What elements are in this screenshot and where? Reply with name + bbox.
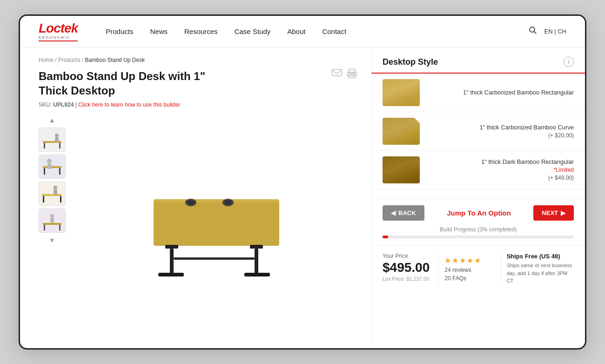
list-price: List Price: $1,237.00 bbox=[383, 276, 438, 282]
device-frame: Loctek ERGONOMIC Products News Resources… bbox=[19, 14, 586, 350]
svg-rect-2 bbox=[332, 69, 342, 76]
thumb-down[interactable]: ▼ bbox=[49, 236, 55, 245]
svg-point-29 bbox=[50, 214, 54, 218]
option-label-3: 1" thick Dark Bamboo Rectangular *Limite… bbox=[427, 158, 574, 182]
svg-rect-45 bbox=[250, 245, 263, 249]
svg-rect-42 bbox=[165, 245, 178, 249]
options-list: 1" thick Carbonized Bamboo Rectangular 1… bbox=[371, 73, 585, 198]
shipping-title: Ships Free (US 48) bbox=[507, 253, 574, 260]
option-thumb-1 bbox=[383, 79, 420, 106]
svg-rect-18 bbox=[47, 163, 52, 169]
breadcrumb-home[interactable]: Home bbox=[39, 57, 54, 63]
product-title: Bamboo Stand Up Desk with 1" Thick Deskt… bbox=[39, 69, 234, 98]
main-product-image bbox=[71, 115, 357, 339]
sku-row: SKU: UPL924 | Click here to learn how to… bbox=[39, 101, 234, 108]
svg-rect-44 bbox=[158, 273, 184, 276]
desktop-style-header: Desktop Style i bbox=[383, 57, 574, 67]
product-area: ▲ bbox=[39, 115, 357, 339]
svg-rect-15 bbox=[44, 168, 45, 175]
breadcrumb-products[interactable]: Products bbox=[58, 57, 80, 63]
email-icon[interactable] bbox=[332, 69, 342, 79]
logo-underline bbox=[39, 40, 78, 41]
info-icon[interactable]: i bbox=[564, 57, 574, 67]
nav-news[interactable]: News bbox=[150, 27, 168, 35]
star-rating: ★★★★★ bbox=[444, 256, 482, 265]
print-icon[interactable] bbox=[347, 69, 357, 81]
header-right: EN | CH bbox=[529, 26, 566, 37]
next-arrow-icon: ▶ bbox=[561, 209, 565, 216]
svg-rect-9 bbox=[44, 143, 45, 148]
svg-rect-30 bbox=[50, 218, 54, 223]
thumbnails: ▲ bbox=[39, 115, 66, 339]
svg-point-39 bbox=[187, 200, 195, 205]
thumb-1[interactable] bbox=[39, 128, 66, 152]
option-item-3[interactable]: 1" thick Dark Bamboo Rectangular *Limite… bbox=[371, 151, 585, 189]
reviews-count[interactable]: 24 reviews bbox=[444, 267, 471, 273]
price-block: Your Price $495.00 List Price: $1,237.00 bbox=[383, 253, 438, 285]
faqs-count[interactable]: 20 FAQs bbox=[444, 275, 466, 282]
svg-rect-43 bbox=[170, 249, 174, 274]
option-label-2: 1" thick Carbonized Bamboo Curve (+ $20.… bbox=[427, 123, 574, 140]
price-section: Your Price $495.00 List Price: $1,237.00… bbox=[371, 245, 585, 292]
svg-line-1 bbox=[534, 32, 536, 34]
breadcrumb-current: Bamboo Stand Up Desk bbox=[85, 57, 145, 63]
option-item-1[interactable]: 1" thick Carbonized Bamboo Rectangular bbox=[371, 74, 585, 112]
svg-rect-24 bbox=[54, 189, 57, 195]
back-button[interactable]: ◀ BACK bbox=[383, 205, 424, 221]
thumb-2[interactable] bbox=[39, 155, 66, 179]
logo: Loctek ERGONOMIC bbox=[39, 22, 78, 41]
builder-link[interactable]: Click here to learn how to use this buil… bbox=[78, 101, 180, 108]
svg-rect-37 bbox=[154, 199, 279, 202]
svg-rect-46 bbox=[255, 249, 258, 274]
svg-rect-48 bbox=[174, 257, 255, 260]
thumb-3[interactable] bbox=[39, 182, 66, 206]
shipping-desc: Ships same or next business day, add 1 d… bbox=[507, 262, 574, 285]
build-progress-label: Build Progress (3% completed) bbox=[383, 226, 574, 233]
back-arrow-icon: ◀ bbox=[391, 209, 396, 216]
bottom-nav: ◀ BACK Jump To An Option NEXT ▶ Build Pr… bbox=[371, 198, 585, 245]
breadcrumb: Home / Products / Bamboo Stand Up Desk bbox=[39, 57, 357, 63]
nav-resources[interactable]: Resources bbox=[184, 27, 218, 35]
main-content: Home / Products / Bamboo Stand Up Desk B… bbox=[20, 47, 585, 348]
svg-rect-14 bbox=[43, 166, 61, 168]
svg-rect-27 bbox=[44, 225, 45, 230]
option-thumb-2 bbox=[383, 118, 420, 145]
nav-products[interactable]: Products bbox=[106, 27, 133, 35]
option-label-1: 1" thick Carbonized Bamboo Rectangular bbox=[427, 88, 574, 97]
svg-rect-7 bbox=[39, 128, 65, 151]
sku-value: UPL924 bbox=[53, 101, 74, 108]
search-icon[interactable] bbox=[529, 26, 537, 37]
svg-rect-20 bbox=[42, 194, 61, 196]
svg-rect-22 bbox=[60, 196, 61, 202]
lang-switch[interactable]: EN | CH bbox=[544, 28, 566, 35]
thumb-4[interactable] bbox=[39, 209, 66, 233]
nav-case-study[interactable]: Case Study bbox=[235, 27, 271, 35]
action-icons bbox=[332, 69, 357, 81]
svg-rect-26 bbox=[43, 223, 61, 225]
desktop-style-title: Desktop Style bbox=[383, 57, 438, 67]
nav-about[interactable]: About bbox=[287, 27, 305, 35]
next-button[interactable]: NEXT ▶ bbox=[533, 205, 574, 221]
svg-rect-16 bbox=[59, 168, 60, 175]
option-item-2[interactable]: 1" thick Carbonized Bamboo Curve (+ $20.… bbox=[371, 112, 585, 151]
svg-rect-28 bbox=[59, 225, 60, 230]
sku-label: SKU: bbox=[39, 101, 52, 108]
logo-sub: ERGONOMIC bbox=[39, 35, 78, 40]
svg-rect-21 bbox=[43, 196, 44, 202]
progress-bar-fill bbox=[383, 236, 388, 238]
svg-rect-10 bbox=[59, 143, 60, 148]
build-progress: Build Progress (3% completed) bbox=[383, 226, 574, 238]
your-price-label: Your Price bbox=[383, 253, 438, 259]
nav-buttons: ◀ BACK Jump To An Option NEXT ▶ bbox=[383, 205, 574, 221]
reviews-block: ★★★★★ 24 reviews 20 FAQs bbox=[438, 253, 501, 285]
svg-point-6 bbox=[354, 74, 355, 74]
svg-point-41 bbox=[224, 200, 232, 205]
jump-to-option[interactable]: Jump To An Option bbox=[447, 209, 511, 217]
logo-text: Loctek bbox=[39, 22, 78, 35]
right-panel: Desktop Style i 1" thick Carbonized Bamb… bbox=[371, 47, 585, 348]
price-value: $495.00 bbox=[383, 260, 438, 275]
nav-contact[interactable]: Contact bbox=[322, 27, 346, 35]
svg-point-11 bbox=[55, 134, 59, 137]
thumb-up[interactable]: ▲ bbox=[49, 115, 55, 125]
svg-point-23 bbox=[54, 186, 57, 189]
